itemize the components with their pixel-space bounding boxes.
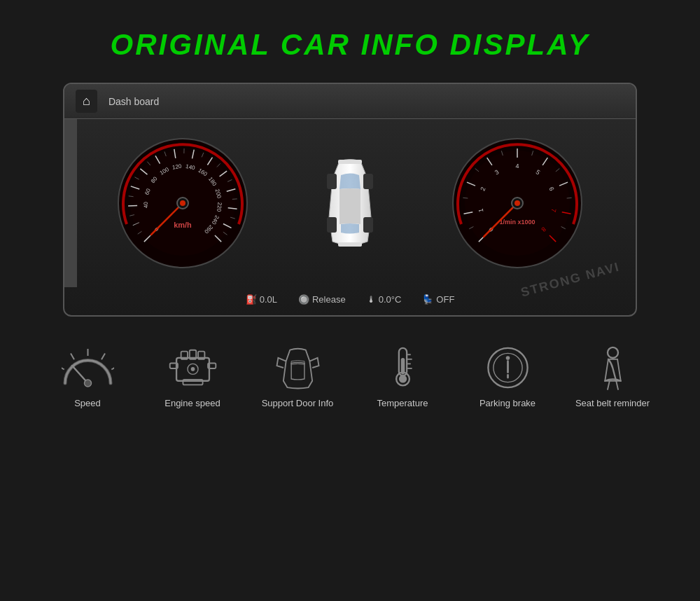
feature-parking-brake: Parking brake [469, 345, 546, 410]
temp-value: 0.0°C [379, 294, 402, 305]
door-icon [272, 345, 324, 390]
parking-brake-icon [482, 345, 534, 390]
feature-engine-speed-label: Engine speed [164, 397, 220, 410]
thermometer-icon [377, 345, 429, 390]
features-section: Speed Engine speed [49, 345, 651, 410]
svg-rect-47 [363, 174, 373, 189]
svg-rect-46 [327, 174, 337, 189]
fuel-icon: ⛽ [246, 294, 257, 305]
feature-door-info-label: Support Door Info [262, 397, 334, 410]
feature-parking-brake-label: Parking brake [479, 397, 536, 410]
svg-point-92 [84, 380, 91, 387]
dashboard-title: Dash board [108, 96, 159, 107]
engine-icon [167, 345, 219, 390]
feature-temperature: Temperature [364, 345, 441, 410]
fuel-value: 0.0L [260, 294, 277, 305]
svg-point-101 [190, 367, 195, 371]
feature-temperature-label: Temperature [377, 397, 428, 410]
dashboard-body: 0 40 60 80 100 120 [64, 119, 636, 287]
svg-text:1/min x1000: 1/min x1000 [499, 219, 535, 226]
seatbelt-icon: 💺 [422, 294, 433, 305]
svg-text:40: 40 [143, 202, 149, 209]
svg-line-117 [616, 380, 618, 389]
dashboard-header: ⌂ Dash board [64, 84, 636, 119]
svg-line-116 [608, 380, 610, 389]
svg-point-45 [180, 200, 186, 206]
page-title: ORIGINAL CAR INFO DISPLAY [111, 28, 590, 62]
feature-door-info: Support Door Info [259, 345, 336, 410]
car-image [308, 154, 392, 252]
svg-rect-49 [363, 217, 373, 233]
feature-speed: Speed [49, 345, 126, 410]
svg-line-85 [62, 366, 64, 370]
dashboard-display: ⌂ Dash board 0 [63, 83, 637, 317]
svg-text:km/h: km/h [174, 221, 192, 229]
seatbelt-value: OFF [436, 294, 454, 305]
svg-point-112 [505, 356, 510, 360]
tachometer: 0 1 2 3 4 5 6 7 8 [447, 133, 587, 273]
fuel-status: ⛽ 0.0L [246, 294, 277, 305]
home-icon: ⌂ [83, 94, 90, 108]
svg-rect-50 [338, 160, 362, 164]
home-button[interactable]: ⌂ [76, 90, 97, 113]
pressure-value: Release [312, 294, 346, 305]
svg-line-5 [128, 205, 137, 206]
pressure-status: 🔘 Release [298, 294, 346, 305]
seatbelt-reminder-icon [587, 345, 639, 390]
svg-rect-48 [327, 217, 337, 233]
svg-point-83 [514, 200, 520, 206]
svg-line-88 [102, 354, 105, 360]
speedometer-icon [62, 345, 114, 390]
svg-text:4: 4 [515, 163, 519, 170]
left-strip [64, 119, 77, 287]
feature-speed-label: Speed [74, 397, 101, 410]
pressure-icon: 🔘 [298, 294, 309, 305]
svg-text:220: 220 [216, 202, 223, 212]
feature-engine-speed: Engine speed [154, 345, 231, 410]
speedometer: 0 40 60 80 100 120 [113, 133, 253, 273]
seatbelt-status: 💺 OFF [422, 294, 454, 305]
svg-rect-51 [338, 242, 362, 247]
feature-seatbelt-label: Seat belt reminder [575, 397, 650, 410]
temp-status: 🌡 0.0°C [367, 294, 402, 305]
svg-line-39 [232, 199, 237, 200]
svg-point-105 [398, 375, 406, 382]
svg-point-115 [608, 347, 618, 357]
temp-icon: 🌡 [367, 294, 376, 305]
svg-line-89 [111, 366, 114, 370]
svg-line-86 [71, 354, 74, 360]
feature-seatbelt: Seat belt reminder [574, 345, 651, 410]
